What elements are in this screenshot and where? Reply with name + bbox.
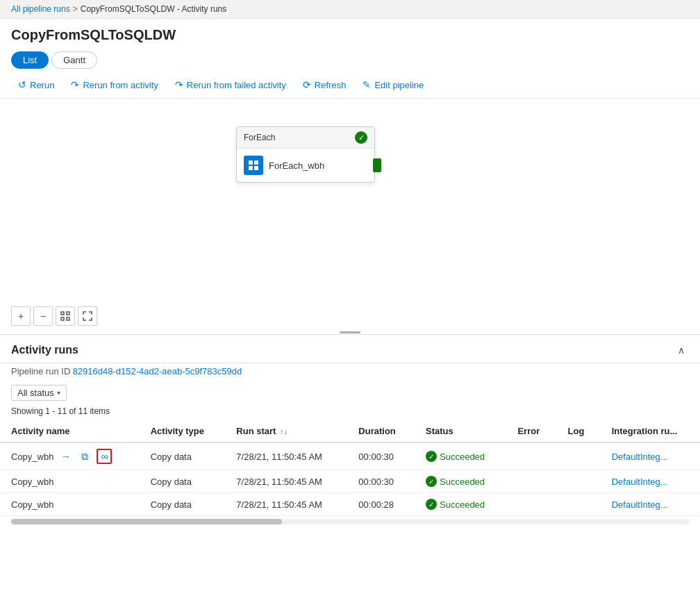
svg-rect-7 [67, 317, 69, 320]
activity-name-cell: Copy_wbh→⧉∞ [0, 442, 140, 470]
activity-type-cell: Copy data [140, 442, 226, 470]
svg-rect-0 [249, 160, 253, 165]
run-start-cell: 7/28/21, 11:50:45 AM [225, 493, 347, 516]
showing-count: Showing 1 - 11 of 11 items [0, 405, 700, 420]
sort-icon: ↑↓ [280, 427, 288, 436]
duration-cell: 00:00:30 [347, 442, 415, 470]
tabs-bar: List Gantt [0, 49, 700, 72]
integration-runtime-cell[interactable]: DefaultInteg... [601, 470, 700, 493]
error-cell [506, 470, 556, 493]
activity-type-cell: Copy data [140, 470, 226, 493]
node-activity-name: ForEach_wbh [269, 160, 324, 171]
breadcrumb: All pipeline runs > CopyFromSQLToSQLDW -… [0, 0, 700, 19]
rerun-from-activity-icon: ↷ [71, 79, 79, 90]
node-connector [373, 158, 381, 172]
svg-rect-3 [254, 166, 258, 170]
status-succeeded-icon: ✓ [426, 451, 437, 462]
chevron-down-icon: ▾ [57, 389, 60, 397]
log-cell [557, 493, 601, 516]
edit-icon: ✎ [362, 79, 371, 90]
status-filter-dropdown[interactable]: All status ▾ [11, 385, 67, 401]
error-cell [506, 493, 556, 516]
status-cell: ✓Succeeded [415, 470, 506, 493]
run-start-cell: 7/28/21, 11:50:45 AM [225, 470, 347, 493]
th-integration-runtime[interactable]: Integration ru... [601, 420, 700, 442]
table-body: Copy_wbh→⧉∞Copy data7/28/21, 11:50:45 AM… [0, 442, 700, 516]
run-start-cell: 7/28/21, 11:50:45 AM [225, 442, 347, 470]
breadcrumb-parent-link[interactable]: All pipeline runs [11, 4, 70, 14]
th-log[interactable]: Log [557, 420, 601, 442]
rerun-icon: ↺ [18, 79, 26, 90]
activity-runs-section: Activity runs ∧ Pipeline run ID 82916d48… [0, 335, 700, 579]
log-cell [557, 470, 601, 493]
svg-rect-6 [61, 317, 64, 320]
pipeline-run-id-value[interactable]: 82916d48-d152-4ad2-aeab-5c9f783c59dd [73, 366, 242, 376]
activity-name-text: Copy_wbh [11, 477, 53, 487]
breadcrumb-current: CopyFromSQLToSQLDW - Activity runs [81, 4, 227, 14]
th-run-start[interactable]: Run start ↑↓ [225, 420, 347, 442]
pipeline-node-container: ForEach ✓ ForEach_wbh [236, 126, 375, 183]
th-activity-name[interactable]: Activity name [0, 420, 140, 442]
rerun-from-failed-label: Rerun from failed activity [187, 80, 286, 90]
activity-name-text: Copy_wbh [11, 452, 53, 462]
th-status[interactable]: Status [415, 420, 506, 442]
table-header: Activity name Activity type Run start ↑↓… [0, 420, 700, 442]
zoom-in-button[interactable]: + [11, 306, 31, 326]
node-body: ForEach_wbh [237, 149, 374, 182]
th-activity-type[interactable]: Activity type [140, 420, 226, 442]
fit-button[interactable] [56, 306, 75, 326]
refresh-button[interactable]: ⟳ Refresh [296, 76, 353, 94]
activity-type-cell: Copy data [140, 493, 226, 516]
section-title: Activity runs [11, 344, 78, 356]
error-cell [506, 442, 556, 470]
rerun-label: Rerun [30, 80, 54, 90]
duration-cell: 00:00:28 [347, 493, 415, 516]
rerun-from-failed-icon: ↷ [175, 79, 183, 90]
copy-id-button[interactable]: ⧉ [77, 449, 92, 464]
status-text: Succeeded [440, 452, 485, 462]
status-cell: ✓Succeeded [415, 442, 506, 470]
pipeline-node[interactable]: ForEach ✓ ForEach_wbh [236, 126, 375, 183]
rerun-from-activity-label: Rerun from activity [83, 80, 158, 90]
foreach-activity-icon [244, 156, 263, 175]
activity-runs-table: Activity name Activity type Run start ↑↓… [0, 420, 700, 516]
integration-runtime-cell[interactable]: DefaultInteg... [601, 442, 700, 470]
tab-gantt[interactable]: Gantt [51, 51, 97, 69]
page-title: CopyFromSQLToSQLDW [11, 27, 689, 43]
svg-rect-2 [249, 166, 253, 170]
node-title: ForEach [244, 133, 275, 142]
page-title-bar: CopyFromSQLToSQLDW [0, 19, 700, 49]
collapse-button[interactable]: ∧ [674, 343, 689, 357]
canvas-resize-handle[interactable] [336, 330, 364, 334]
input-output-button[interactable]: ∞ [97, 449, 112, 464]
svg-rect-5 [67, 312, 69, 315]
integration-runtime-cell[interactable]: DefaultInteg... [601, 493, 700, 516]
navigate-activity-button[interactable]: → [58, 449, 73, 464]
fullscreen-button[interactable] [78, 306, 97, 326]
edit-pipeline-button[interactable]: ✎ Edit pipeline [356, 76, 431, 94]
section-header: Activity runs ∧ [0, 335, 700, 363]
status-succeeded-icon: ✓ [426, 476, 437, 487]
zoom-out-button[interactable]: − [33, 306, 53, 326]
canvas-controls: + − [11, 306, 97, 326]
refresh-label: Refresh [315, 80, 347, 90]
rerun-from-activity-button[interactable]: ↷ Rerun from activity [64, 76, 165, 94]
pipeline-canvas[interactable]: ForEach ✓ ForEach_wbh + − [0, 99, 700, 335]
svg-rect-1 [254, 160, 258, 165]
duration-cell: 00:00:30 [347, 470, 415, 493]
pipeline-run-id-label: Pipeline run ID [11, 366, 70, 376]
svg-rect-4 [61, 312, 64, 315]
table-row: Copy_wbhCopy data7/28/21, 11:50:45 AM00:… [0, 470, 700, 493]
rerun-button[interactable]: ↺ Rerun [11, 76, 61, 94]
pipeline-run-id-bar: Pipeline run ID 82916d48-d152-4ad2-aeab-… [0, 363, 700, 382]
edit-pipeline-label: Edit pipeline [374, 80, 424, 90]
th-error[interactable]: Error [506, 420, 556, 442]
log-cell [557, 442, 601, 470]
horizontal-scrollbar[interactable] [11, 519, 689, 524]
th-duration[interactable]: Duration [347, 420, 415, 442]
tab-list[interactable]: List [11, 51, 49, 69]
rerun-from-failed-button[interactable]: ↷ Rerun from failed activity [168, 76, 293, 94]
table-row: Copy_wbhCopy data7/28/21, 11:50:45 AM00:… [0, 493, 700, 516]
table-container: Activity name Activity type Run start ↑↓… [0, 420, 700, 516]
activity-name-text: Copy_wbh [11, 499, 53, 510]
